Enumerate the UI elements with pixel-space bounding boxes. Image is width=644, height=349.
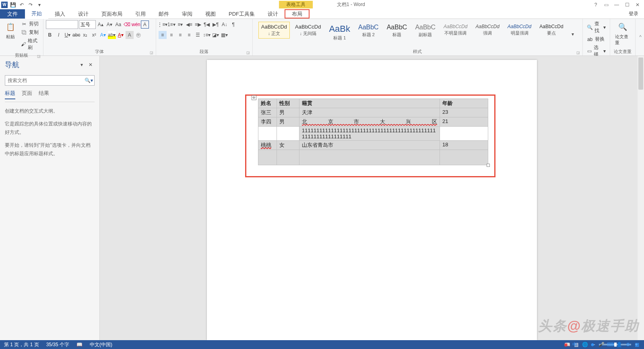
font-color-button[interactable]: A▾ [117, 31, 125, 39]
table-resize-handle[interactable] [487, 164, 490, 167]
distribute-button[interactable]: ☰ [194, 31, 202, 39]
nav-search[interactable]: 🔍▾ [5, 75, 95, 86]
multilevel-button[interactable]: ≡▾ [176, 21, 184, 29]
cut-button[interactable]: ✂剪切 [19, 20, 41, 28]
tray-mic-icon[interactable]: 🎤 [598, 341, 605, 348]
status-page[interactable]: 第 1 页，共 1 页 [4, 341, 39, 348]
tab-design[interactable]: 设计 [72, 9, 95, 18]
text-effects-button[interactable]: A▾ [99, 31, 107, 39]
style-item[interactable]: AaBbCcDd要点 [537, 22, 566, 38]
replace-button[interactable]: ab替换 [585, 35, 607, 43]
decrease-font-button[interactable]: A▾ [105, 21, 114, 29]
maximize-button[interactable]: ☐ [623, 1, 631, 9]
tray-keyboard-icon[interactable]: ⌨ [607, 341, 613, 348]
enclose-char-button[interactable]: ㊥ [134, 31, 142, 39]
ltr-button[interactable]: ¶◀ [203, 21, 211, 29]
highlight-button[interactable]: ab▾ [108, 31, 116, 39]
style-item[interactable]: AaBbCcDd不明显强调 [441, 22, 470, 38]
close-button[interactable]: ✕ [634, 1, 642, 9]
increase-font-button[interactable]: A▴ [97, 21, 105, 29]
th-origin[interactable]: 籍贯 [299, 99, 440, 108]
bullets-button[interactable]: ⋮≡▾ [159, 21, 167, 29]
copy-button[interactable]: ⿻复制 [19, 29, 41, 36]
line-spacing-button[interactable]: ↕≡▾ [203, 31, 211, 39]
char-shading-button[interactable]: A [126, 31, 134, 39]
table[interactable]: ✥ 姓名 性别 籍贯 年龄 张三 男 天津 23 李四 [258, 99, 488, 165]
status-language[interactable]: 中文(中国) [90, 341, 112, 348]
ribbon-options-button[interactable]: ▭ [602, 1, 610, 9]
nav-dropdown[interactable]: ▾ [78, 61, 86, 69]
underline-button[interactable]: U▾ [64, 31, 72, 39]
tab-view[interactable]: 视图 [199, 9, 222, 18]
table-move-handle[interactable]: ✥ [252, 95, 256, 100]
ribbon-collapse[interactable]: ^ [636, 19, 644, 55]
tab-mailings[interactable]: 邮件 [152, 9, 175, 18]
font-launcher[interactable]: ◲ [150, 51, 153, 55]
nav-close-button[interactable]: ✕ [87, 61, 95, 69]
format-painter-button[interactable]: 🖌格式刷 [19, 37, 41, 51]
tab-home[interactable]: 开始 [25, 9, 48, 19]
scrollbar-thumb[interactable] [638, 57, 643, 90]
tab-references[interactable]: 引用 [129, 9, 152, 18]
tab-insert[interactable]: 插入 [48, 9, 72, 18]
change-case-button[interactable]: Aa [114, 21, 122, 29]
table-row[interactable]: 桃桃 女 山东省青岛市 18 [258, 141, 488, 150]
tray-icon[interactable]: ☻ [589, 341, 596, 348]
style-item[interactable]: AaBbC标题 2 [355, 22, 382, 40]
qat-dropdown[interactable]: ▾ [36, 1, 43, 8]
redo-button[interactable]: ↷ [27, 1, 34, 8]
align-right-button[interactable]: ≡ [176, 31, 184, 39]
undo-button[interactable]: ↶ [18, 1, 25, 8]
italic-button[interactable]: I [55, 31, 63, 39]
table-row[interactable]: 李四 男 北 京 市 大 兴 区 21 [258, 117, 488, 127]
search-input[interactable] [5, 76, 83, 85]
status-proofing-icon[interactable]: 📖 [76, 342, 83, 347]
style-item[interactable]: AaBbCcDd强调 [473, 22, 502, 38]
nav-tab-results[interactable]: 结果 [39, 90, 49, 99]
style-item[interactable]: AaBbC副标题 [412, 22, 438, 40]
thesis-check-button[interactable]: 🔍 论文查重 [613, 20, 633, 47]
th-gender[interactable]: 性别 [277, 99, 299, 108]
rtl-button[interactable]: ▶¶ [212, 21, 220, 29]
char-border-button[interactable]: A [141, 21, 149, 29]
tray-ime-icon[interactable]: 中 [572, 341, 578, 348]
style-item[interactable]: AaBbCcDd↓ 正文 [258, 22, 290, 39]
tab-table-layout[interactable]: 布局 [285, 9, 310, 18]
find-button[interactable]: 🔍查找▾ [585, 20, 607, 35]
font-name-select[interactable] [46, 20, 78, 29]
paste-button[interactable]: 📋 粘贴 [2, 20, 19, 41]
th-name[interactable]: 姓名 [258, 99, 277, 108]
tab-table-design[interactable]: 设计 [261, 9, 285, 18]
save-button[interactable]: 💾 [9, 1, 17, 8]
tab-file[interactable]: 文件 [0, 9, 25, 18]
status-words[interactable]: 35/35 个字 [46, 341, 69, 348]
font-size-select[interactable] [79, 20, 96, 29]
table-row[interactable]: 张三 男 天津 23 [258, 108, 488, 117]
tray-icon[interactable]: ◉ [563, 341, 569, 348]
decrease-indent-button[interactable]: ◀≡ [185, 21, 193, 29]
borders-button[interactable]: ▦▾ [221, 31, 229, 39]
document-area[interactable]: ✥ 姓名 性别 籍贯 年龄 张三 男 天津 23 李四 [100, 56, 644, 340]
nav-tab-pages[interactable]: 页面 [22, 90, 32, 99]
align-justify-button[interactable]: ≡ [185, 31, 193, 39]
numbering-button[interactable]: 1≡▾ [167, 21, 175, 29]
table-row[interactable]: 1111111111111111111111111111111111111111… [258, 127, 488, 141]
style-item[interactable]: AaBbCcDd↓ 无间隔 [292, 22, 324, 39]
tab-page-layout[interactable]: 页面布局 [95, 9, 129, 18]
login-link[interactable]: 登录 [623, 9, 644, 18]
sort-button[interactable]: A↓ [221, 21, 229, 29]
style-item[interactable]: AaBbCcDd明显强调 [505, 22, 534, 38]
styles-more-button[interactable]: ▾ [569, 30, 577, 38]
shading-button[interactable]: ◪▾ [212, 31, 220, 39]
show-marks-button[interactable]: ¶ [229, 21, 237, 29]
style-item[interactable]: AaBk标题 1 [326, 22, 353, 43]
table-header-row[interactable]: 姓名 性别 籍贯 年龄 [258, 99, 488, 108]
superscript-button[interactable]: x² [90, 31, 98, 39]
phonetic-button[interactable]: wén [132, 21, 140, 29]
styles-launcher[interactable]: ◲ [576, 51, 580, 55]
th-age[interactable]: 年龄 [440, 99, 488, 108]
minimize-button[interactable]: — [613, 1, 621, 9]
strike-button[interactable]: abc [72, 31, 80, 39]
increase-indent-button[interactable]: ≡▶ [194, 21, 202, 29]
table-row[interactable] [258, 150, 488, 165]
